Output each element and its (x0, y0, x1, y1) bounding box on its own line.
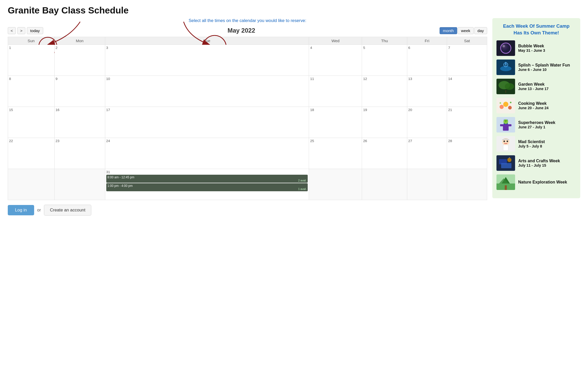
event-pm-avail: 1 avail. (108, 188, 307, 190)
cell-may31[interactable]: 31 8:00 am - 12:45 pm 2 avail. 1:00 pm -… (105, 169, 309, 200)
camp-dates-bubble: May 31 - June 3 (518, 48, 545, 53)
cell-may23[interactable]: 23 (54, 138, 105, 169)
camp-item-nature: Nature Exploration Week (496, 174, 576, 190)
camp-dates-superhero: June 27 - July 1 (518, 125, 555, 129)
camp-dates-scientist: July 5 - July 8 (518, 144, 545, 148)
cell-may9[interactable]: 9 (54, 76, 105, 107)
cell-may4[interactable]: 4 (309, 45, 362, 76)
cell-may5[interactable]: 5 (362, 45, 407, 76)
or-label: or (37, 208, 41, 212)
svg-point-18 (503, 102, 508, 107)
cell-may20[interactable]: 20 (407, 107, 447, 138)
cell-may8[interactable]: 8 (8, 76, 55, 107)
cell-may2[interactable]: 2 (54, 45, 105, 76)
page-title: Granite Bay Class Schedule (8, 5, 580, 16)
svg-point-32 (507, 141, 508, 142)
cell-may17[interactable]: 17 (105, 107, 309, 138)
camp-item-water: Splish – Splash Water Fun June 6 - June … (496, 60, 576, 75)
cell-empty3 (407, 169, 447, 200)
cell-may15[interactable]: 15 (8, 107, 55, 138)
svg-rect-35 (501, 163, 511, 168)
camp-dates-cooking: June 20 - June 24 (518, 106, 548, 110)
cell-empty4 (447, 169, 487, 200)
event-am-avail: 2 avail. (108, 179, 307, 182)
day-view-button[interactable]: day (474, 27, 487, 34)
cell-may28[interactable]: 28 (447, 138, 487, 169)
cell-may19[interactable]: 19 (362, 107, 407, 138)
cell-may16[interactable]: 16 (54, 107, 105, 138)
prev-button[interactable]: < (8, 27, 16, 34)
svg-point-14 (505, 83, 514, 90)
cell-apr30 (54, 169, 105, 200)
calendar-grid: Sun Mon Tue Wed Thu Fri Sat 1 2 3 4 5 6 (8, 37, 487, 200)
svg-rect-25 (500, 124, 504, 126)
camp-item-cooking: Cooking Week June 20 - June 24 (496, 98, 576, 113)
event-am[interactable]: 8:00 am - 12:45 pm 2 avail. (106, 175, 308, 183)
col-mon: Mon (54, 37, 105, 45)
camp-name-nature: Nature Exploration Week (518, 180, 567, 185)
camp-dates-water: June 6 - June 10 (518, 68, 570, 72)
cell-may21[interactable]: 21 (447, 107, 487, 138)
camp-dates-arts: July 11 - July 15 (518, 163, 560, 167)
camp-thumb-garden (496, 79, 515, 94)
cell-may25[interactable]: 25 (309, 138, 362, 169)
svg-point-21 (510, 102, 511, 103)
cell-may3[interactable]: 3 (105, 45, 309, 76)
svg-point-7 (502, 45, 505, 47)
cell-may1[interactable]: 1 (8, 45, 55, 76)
calendar-month-title: May 2022 (45, 27, 438, 34)
cell-may11[interactable]: 11 (309, 76, 362, 107)
cell-empty2 (362, 169, 407, 200)
cell-may10[interactable]: 10 (105, 76, 309, 107)
cell-may7[interactable]: 7 (447, 45, 487, 76)
svg-rect-30 (503, 145, 508, 151)
today-button[interactable]: today (27, 27, 43, 34)
event-am-time: 8:00 am - 12:45 pm (108, 175, 307, 179)
cell-may13[interactable]: 13 (407, 76, 447, 107)
camp-item-arts: Arts and Crafts Week July 11 - July 15 (496, 155, 576, 171)
camp-thumb-superhero (496, 117, 515, 133)
camp-thumb-cooking (496, 98, 515, 113)
cell-empty1 (309, 169, 362, 200)
camp-sidebar: Each Week Of Summer CampHas Its Own Them… (492, 18, 580, 198)
camp-item-garden: Garden Week June 13 - June 17 (496, 79, 576, 94)
camp-name-arts: Arts and Crafts Week (518, 159, 560, 163)
camp-thumb-bubble (496, 40, 515, 56)
svg-rect-24 (503, 124, 509, 131)
camp-thumb-nature (496, 174, 515, 190)
camp-dates-garden: June 13 - June 17 (518, 87, 548, 91)
svg-rect-40 (505, 185, 507, 190)
next-button[interactable]: > (17, 27, 25, 34)
camp-item-superhero: Superheroes Week June 27 - July 1 (496, 117, 576, 133)
event-pm-time: 1:00 pm - 4:00 pm (108, 184, 307, 188)
cell-may12[interactable]: 12 (362, 76, 407, 107)
cell-may24[interactable]: 24 (105, 138, 309, 169)
cell-may26[interactable]: 26 (362, 138, 407, 169)
instruction-text: Select all the times on the calendar you… (8, 18, 487, 23)
camp-name-water: Splish – Splash Water Fun (518, 63, 570, 68)
camp-item-scientist: Mad Scientist July 5 - July 8 (496, 136, 576, 152)
svg-point-36 (507, 158, 511, 162)
cell-may22[interactable]: 22 (8, 138, 55, 169)
create-account-button[interactable]: Create an account (44, 205, 91, 216)
col-sun: Sun (8, 37, 55, 45)
camp-name-superhero: Superheroes Week (518, 120, 555, 125)
event-pm[interactable]: 1:00 pm - 4:00 pm 1 avail. (106, 183, 308, 191)
cell-may18[interactable]: 18 (309, 107, 362, 138)
sidebar-header: Each Week Of Summer CampHas Its Own Them… (496, 23, 576, 36)
svg-point-31 (503, 141, 505, 142)
camp-name-scientist: Mad Scientist (518, 139, 545, 144)
cell-may14[interactable]: 14 (447, 76, 487, 107)
cell-may27[interactable]: 27 (407, 138, 447, 169)
cell-apr29 (8, 169, 55, 200)
svg-point-6 (501, 43, 511, 53)
month-view-button[interactable]: month (440, 27, 457, 34)
camp-name-garden: Garden Week (518, 82, 548, 87)
cell-may6[interactable]: 6 (407, 45, 447, 76)
svg-point-17 (500, 105, 504, 109)
login-button[interactable]: Log in (8, 205, 34, 215)
svg-point-19 (508, 106, 512, 109)
week-view-button[interactable]: week (458, 27, 473, 34)
col-wed: Wed (309, 37, 362, 45)
col-fri: Fri (407, 37, 447, 45)
